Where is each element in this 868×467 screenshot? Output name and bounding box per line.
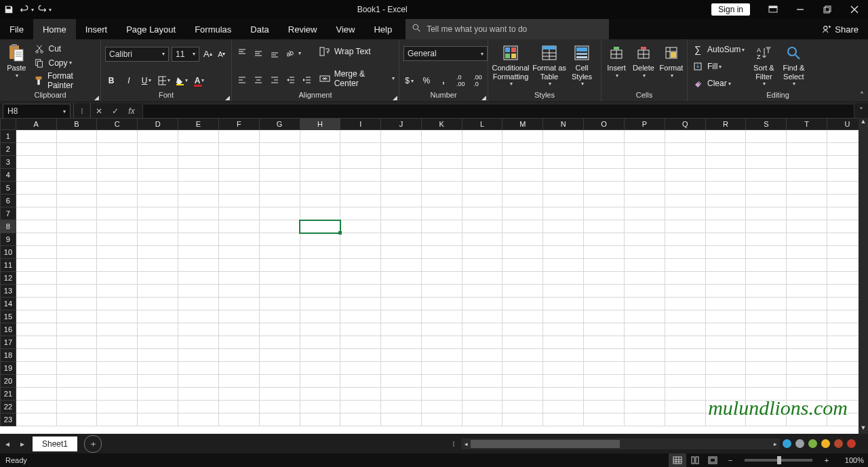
cell[interactable]	[340, 375, 381, 388]
row-header[interactable]: 21	[1, 388, 16, 401]
row-header[interactable]: 4	[1, 169, 16, 182]
cell[interactable]	[178, 323, 219, 336]
cell[interactable]	[16, 259, 56, 272]
cell[interactable]	[259, 388, 300, 401]
cell[interactable]	[381, 375, 422, 388]
cell[interactable]	[259, 336, 300, 349]
cell[interactable]	[502, 388, 543, 401]
tab-help[interactable]: Help	[364, 19, 401, 39]
cell[interactable]	[421, 388, 462, 401]
cell[interactable]	[381, 182, 422, 195]
cell[interactable]	[138, 375, 178, 388]
tab-home[interactable]: Home	[33, 19, 76, 39]
cell[interactable]	[502, 182, 543, 195]
row-header[interactable]: 13	[1, 285, 16, 298]
border-button[interactable]: ▾	[158, 75, 170, 87]
cell[interactable]	[178, 401, 219, 413]
cell[interactable]	[97, 336, 138, 349]
cell[interactable]	[97, 413, 138, 426]
cell[interactable]	[502, 323, 543, 336]
cell[interactable]	[624, 259, 665, 272]
cell[interactable]	[381, 298, 422, 310]
cell[interactable]	[543, 156, 584, 169]
cell[interactable]	[462, 143, 502, 156]
cell[interactable]	[138, 336, 178, 349]
cell[interactable]	[502, 143, 543, 156]
cell[interactable]	[543, 143, 584, 156]
row-header[interactable]: 18	[1, 349, 16, 362]
delete-cells-button[interactable]: Delete▾	[630, 42, 657, 91]
cell[interactable]	[421, 413, 462, 426]
cell[interactable]	[97, 388, 138, 401]
cell[interactable]	[746, 220, 787, 233]
format-as-table-button[interactable]: Format as Table▾	[532, 42, 567, 91]
column-header[interactable]: C	[97, 119, 138, 130]
cell[interactable]	[584, 130, 625, 143]
cell[interactable]	[178, 143, 219, 156]
cell[interactable]	[259, 246, 300, 259]
cell[interactable]	[665, 246, 705, 259]
cell[interactable]	[56, 413, 97, 426]
row-header[interactable]: 20	[1, 375, 16, 388]
cell[interactable]	[746, 336, 787, 349]
cell[interactable]	[259, 207, 300, 220]
cell[interactable]	[340, 143, 381, 156]
cell[interactable]	[665, 401, 705, 413]
cell[interactable]	[259, 182, 300, 195]
cell[interactable]	[705, 310, 746, 323]
tab-data[interactable]: Data	[241, 19, 278, 39]
name-box[interactable]: H8▾	[3, 104, 71, 119]
cell[interactable]	[178, 298, 219, 310]
cell[interactable]	[787, 375, 827, 388]
cell[interactable]	[178, 195, 219, 207]
save-icon[interactable]	[0, 0, 18, 19]
collapse-ribbon-icon[interactable]: ˄	[860, 91, 864, 100]
cancel-formula-icon[interactable]: ✕	[91, 103, 107, 119]
cell[interactable]	[543, 401, 584, 413]
italic-button[interactable]: I	[123, 75, 135, 87]
cell[interactable]	[16, 272, 56, 285]
cell[interactable]	[218, 388, 259, 401]
cell[interactable]	[421, 156, 462, 169]
cell[interactable]	[543, 220, 584, 233]
cell[interactable]	[218, 182, 259, 195]
number-launcher[interactable]: ◢	[481, 94, 486, 101]
cell[interactable]	[340, 182, 381, 195]
cell[interactable]	[259, 169, 300, 182]
cell[interactable]	[178, 259, 219, 272]
cell[interactable]	[421, 182, 462, 195]
cell[interactable]	[300, 233, 340, 246]
cell[interactable]	[97, 375, 138, 388]
cell[interactable]	[705, 130, 746, 143]
cell[interactable]	[138, 323, 178, 336]
cell[interactable]	[421, 298, 462, 310]
cell[interactable]	[584, 388, 625, 401]
cell[interactable]	[624, 169, 665, 182]
cell[interactable]	[584, 195, 625, 207]
cell[interactable]	[340, 220, 381, 233]
row-header[interactable]: 10	[1, 246, 16, 259]
column-header[interactable]: M	[502, 119, 543, 130]
cell[interactable]	[300, 310, 340, 323]
cell[interactable]	[178, 349, 219, 362]
percent-format-icon[interactable]: %	[420, 75, 432, 87]
cell[interactable]	[421, 401, 462, 413]
cell[interactable]	[16, 220, 56, 233]
cell[interactable]	[300, 130, 340, 143]
cell[interactable]	[381, 156, 422, 169]
cell[interactable]	[665, 336, 705, 349]
accounting-format-icon[interactable]: $▾	[403, 75, 415, 87]
cell[interactable]	[300, 207, 340, 220]
cell[interactable]	[178, 233, 219, 246]
row-header[interactable]: 12	[1, 272, 16, 285]
cell[interactable]	[665, 413, 705, 426]
cell[interactable]	[300, 259, 340, 272]
cell[interactable]	[340, 323, 381, 336]
cell[interactable]	[543, 310, 584, 323]
cell[interactable]	[746, 195, 787, 207]
cell[interactable]	[138, 156, 178, 169]
font-color-button[interactable]: A▾	[193, 75, 205, 87]
cell[interactable]	[624, 156, 665, 169]
cell[interactable]	[665, 298, 705, 310]
cell[interactable]	[218, 233, 259, 246]
